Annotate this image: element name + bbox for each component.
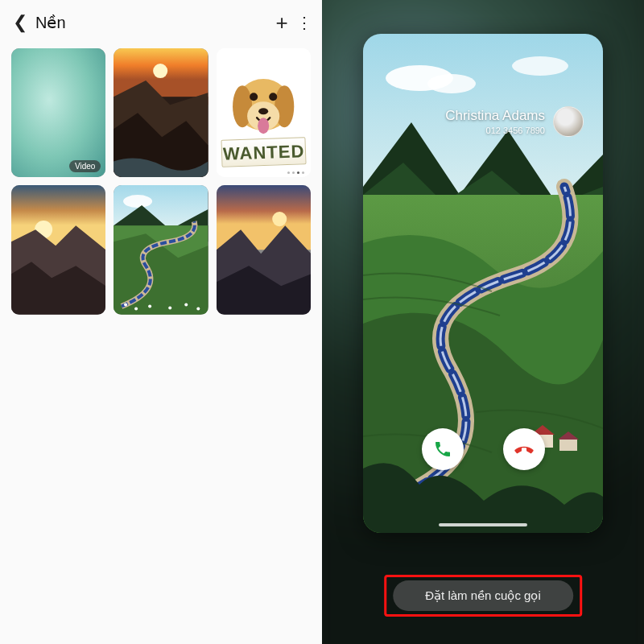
bg-thumb-rocks-sunset[interactable]: [114, 48, 208, 177]
svg-point-26: [148, 305, 151, 308]
top-bar: ❮ Nền + ⋮: [0, 0, 322, 45]
set-as-call-background-button[interactable]: Đặt làm nền cuộc gọi: [393, 580, 573, 611]
bg-thumb-sunrise[interactable]: [11, 185, 105, 314]
svg-point-14: [258, 118, 269, 134]
svg-point-13: [258, 108, 268, 114]
caller-name: Christina Adams: [445, 108, 545, 124]
svg-point-11: [250, 93, 258, 101]
highlight-box: Đặt làm nền cuộc gọi: [384, 575, 582, 617]
wanted-label: WANTED: [221, 138, 306, 168]
caller-info: Christina Adams 012 3456 7890: [382, 106, 584, 137]
svg-point-29: [197, 308, 200, 311]
svg-point-24: [124, 303, 127, 307]
home-indicator[interactable]: [439, 523, 527, 526]
add-icon[interactable]: +: [269, 10, 295, 35]
more-icon[interactable]: ⋮: [295, 13, 314, 32]
bg-thumb-dog-wanted[interactable]: WANTED: [217, 48, 311, 177]
background-grid: Video: [0, 45, 322, 318]
phone-preview-screen: Christina Adams 012 3456 7890 Đặt làm nề…: [322, 0, 644, 644]
svg-point-20: [123, 195, 152, 208]
svg-rect-0: [11, 48, 105, 177]
avatar: [553, 106, 584, 137]
reject-call-button[interactable]: [503, 428, 545, 470]
call-buttons: [363, 428, 603, 470]
svg-point-37: [512, 56, 568, 76]
phone-backgrounds-screen: ❮ Nền + ⋮ Video: [0, 0, 322, 644]
svg-point-31: [272, 213, 287, 227]
back-icon[interactable]: ❮: [8, 12, 32, 33]
page-title: Nền: [35, 13, 66, 32]
svg-point-36: [427, 74, 476, 93]
svg-point-12: [269, 93, 277, 101]
thumb-pager: [287, 171, 304, 174]
bg-thumb-teal[interactable]: Video: [11, 48, 105, 177]
svg-point-28: [185, 303, 188, 307]
video-badge: Video: [69, 160, 101, 172]
bg-thumb-dusk-peak[interactable]: [217, 185, 311, 314]
svg-point-27: [169, 307, 172, 310]
svg-point-25: [134, 308, 138, 311]
bg-thumb-train-valley[interactable]: [114, 185, 208, 314]
call-preview-card: Christina Adams 012 3456 7890: [363, 34, 603, 533]
accept-call-button[interactable]: [422, 428, 464, 470]
svg-point-2: [153, 64, 167, 78]
caller-number: 012 3456 7890: [445, 126, 545, 135]
